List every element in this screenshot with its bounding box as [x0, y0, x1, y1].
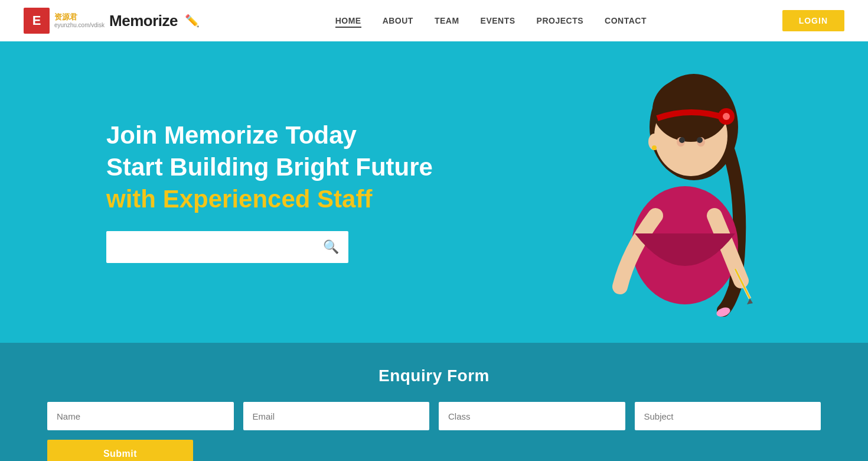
svg-point-14 — [652, 145, 657, 150]
nav-item-home[interactable]: HOME — [335, 15, 361, 26]
search-input[interactable] — [116, 242, 323, 252]
logo-text-block: 资源君 eyunzhu.com/vdisk — [54, 12, 105, 29]
name-field[interactable] — [47, 402, 234, 430]
search-box: 🔍 — [106, 231, 348, 263]
girl-illustration — [576, 50, 812, 334]
logo-chinese: 资源君 — [54, 12, 105, 22]
hero-title-line1: Join Memorize Today — [106, 121, 433, 150]
navbar: E 资源君 eyunzhu.com/vdisk Memorize ✏️ HOME… — [0, 0, 868, 41]
hero-title-highlight: Experienced Staff — [163, 185, 373, 213]
search-icon[interactable]: 🔍 — [323, 239, 339, 255]
email-field[interactable] — [243, 402, 430, 430]
nav-item-team[interactable]: TEAM — [435, 15, 459, 26]
class-field[interactable] — [439, 402, 625, 430]
site-name: Memorize — [109, 12, 178, 30]
svg-marker-12 — [747, 298, 753, 304]
svg-point-9 — [697, 137, 703, 143]
nav-item-about[interactable]: ABOUT — [383, 15, 413, 26]
login-button[interactable]: LOGIN — [782, 10, 844, 31]
nav-link-contact[interactable]: CONTACT — [605, 16, 647, 25]
svg-point-8 — [679, 137, 685, 143]
submit-button[interactable]: Submit — [47, 440, 193, 461]
hero-title-prefix: with — [106, 185, 163, 213]
nav-item-events[interactable]: EVENTS — [481, 15, 515, 26]
nav-link-home[interactable]: HOME — [335, 16, 361, 28]
nav-item-contact[interactable]: CONTACT — [605, 15, 647, 26]
enquiry-section: Enquiry Form Submit — [0, 343, 868, 461]
logo-badge: E — [24, 8, 50, 34]
subject-field[interactable] — [635, 402, 821, 430]
hero-image — [567, 41, 821, 343]
nav-link-events[interactable]: EVENTS — [481, 16, 515, 25]
nav-link-team[interactable]: TEAM — [435, 16, 459, 25]
svg-point-5 — [723, 113, 730, 120]
nav-item-projects[interactable]: PROJECTS — [537, 15, 583, 26]
hero-section: Join Memorize Today Start Building Brigh… — [0, 41, 868, 343]
hero-content: Join Memorize Today Start Building Brigh… — [0, 86, 433, 298]
nav-link-projects[interactable]: PROJECTS — [537, 16, 583, 25]
logo-url: eyunzhu.com/vdisk — [54, 22, 105, 29]
hero-title-line2: Start Building Bright Future — [106, 153, 433, 181]
nav-links: HOME ABOUT TEAM EVENTS PROJECTS CONTACT — [335, 15, 647, 26]
form-fields — [47, 402, 821, 430]
pencil-icon: ✏️ — [185, 14, 200, 28]
hero-title-line3: with Experienced Staff — [106, 185, 433, 213]
nav-link-about[interactable]: ABOUT — [383, 16, 413, 25]
logo-area: E 资源君 eyunzhu.com/vdisk Memorize ✏️ — [24, 8, 200, 34]
enquiry-title: Enquiry Form — [47, 366, 821, 385]
